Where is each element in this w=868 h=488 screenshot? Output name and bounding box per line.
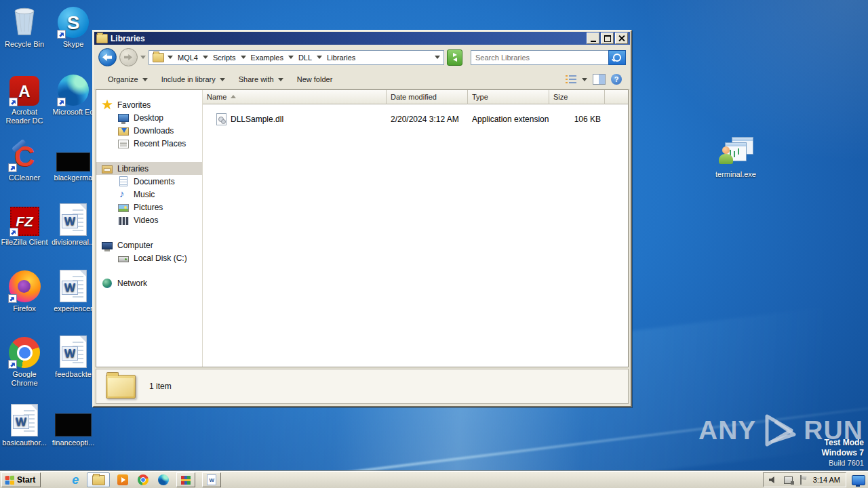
column-header-date-modified[interactable]: Date modified [387, 90, 468, 104]
taskbar-winrar-button[interactable] [176, 472, 195, 487]
show-desktop-monitor-icon[interactable] [852, 475, 865, 485]
image-thumbnail-icon [56, 152, 90, 171]
desktop-icon-firefox[interactable]: Firefox [1, 268, 48, 313]
magnifier-icon [613, 54, 621, 62]
taskbar-edge-button[interactable] [157, 474, 170, 486]
column-header-name[interactable]: Name [203, 90, 387, 104]
help-button[interactable]: ? [611, 74, 622, 85]
sidebar-item-local-disk-c[interactable]: Local Disk (C:) [96, 251, 202, 264]
desktop-icon-ccleaner[interactable]: C CCleaner [1, 138, 48, 182]
videos-icon [118, 217, 129, 225]
sidebar-item-downloads[interactable]: Downloads [96, 124, 202, 137]
desktop-icon-edge[interactable]: Microsoft Ed [50, 72, 97, 117]
action-center-flag-icon[interactable] [799, 475, 807, 485]
sidebar-item-documents[interactable]: Documents [96, 175, 202, 188]
column-header-size[interactable]: Size [549, 90, 605, 104]
sidebar-group-network[interactable]: Network [96, 277, 202, 289]
start-button[interactable]: Start [1, 472, 41, 487]
word-document-icon: W [60, 270, 87, 302]
crumb-dropdown-icon[interactable] [203, 56, 208, 59]
refresh-button[interactable] [447, 49, 462, 66]
icon-label: Firefox [13, 304, 36, 313]
icon-label: Google Chrome [1, 370, 48, 388]
search-box: Search Libraries [471, 50, 626, 65]
icon-label: basicauthor... [2, 439, 46, 447]
desktop-icon-filezilla[interactable]: FZ FileZilla Client [1, 202, 48, 247]
preview-pane-button[interactable] [593, 74, 606, 85]
desktop-icon-recycle-bin[interactable]: Recycle Bin [1, 4, 48, 49]
search-input[interactable]: Search Libraries [471, 50, 608, 65]
desktop-icon-experiencer[interactable]: W experiencer [50, 268, 97, 313]
organize-button[interactable]: Organize [102, 73, 153, 85]
desktop-icon-feedbackte[interactable]: W feedbackte [50, 334, 97, 379]
back-button[interactable] [98, 48, 117, 66]
taskbar-media-player-button[interactable] [117, 474, 129, 486]
network-icon [102, 279, 112, 288]
libraries-icon [102, 165, 113, 174]
explorer-folder-icon [92, 475, 105, 485]
desktop-icon-terminal[interactable]: terminal.exe [712, 134, 760, 179]
search-button[interactable] [608, 50, 626, 65]
desktop-icon-blackgerma[interactable]: blackgerma [50, 138, 97, 182]
star-icon [102, 100, 113, 110]
shortcut-arrow-icon [57, 98, 66, 106]
shortcut-arrow-icon [8, 163, 17, 172]
watermark-build: Build 7601 [821, 458, 864, 468]
breadcrumb-examples[interactable]: Examples [250, 53, 285, 62]
desktop-icon [118, 114, 129, 122]
maximize-button[interactable] [601, 33, 614, 44]
address-bar[interactable]: MQL4 Scripts Examples DLL Libraries [149, 50, 444, 65]
volume-icon[interactable] [769, 476, 778, 484]
taskbar-wordpad-button[interactable]: W [202, 472, 221, 487]
desktop-icon-basicauthor[interactable]: W basicauthor... [1, 403, 48, 447]
desktop-icon-skype[interactable]: S Skype [50, 4, 97, 49]
minimize-button[interactable] [587, 33, 599, 44]
desktop-icon-divisionreal[interactable]: W divisionreal... [50, 202, 97, 247]
taskbar-explorer-button-active[interactable] [87, 472, 110, 487]
taskbar-chrome-button[interactable] [137, 474, 149, 486]
sidebar-group-libraries[interactable]: Libraries [96, 162, 202, 175]
address-history-dropdown-icon[interactable] [435, 56, 440, 59]
sidebar-item-music[interactable]: Music [96, 188, 202, 201]
crumb-dropdown-icon[interactable] [167, 56, 173, 59]
network-status-icon[interactable] [784, 476, 793, 484]
sidebar-item-pictures[interactable]: Pictures [96, 201, 202, 214]
desktop-icon-acrobat[interactable]: A Acrobat Reader DC [1, 72, 48, 125]
breadcrumb-mql4[interactable]: MQL4 [176, 53, 199, 62]
sidebar-group-computer[interactable]: Computer [96, 239, 202, 251]
desktop-icon-chrome[interactable]: Google Chrome [1, 334, 48, 388]
sidebar-item-videos[interactable]: Videos [96, 214, 202, 226]
chrome-icon [138, 474, 149, 485]
taskbar-ie-button[interactable]: e [69, 474, 81, 486]
sidebar-item-recent-places[interactable]: Recent Places [96, 137, 202, 150]
navigation-pane: Favorites Desktop Downloads Recent Place… [96, 90, 203, 367]
forward-button[interactable] [119, 48, 138, 66]
recent-pages-dropdown-icon[interactable] [140, 56, 146, 59]
breadcrumb-scripts[interactable]: Scripts [212, 53, 237, 62]
breadcrumb-libraries[interactable]: Libraries [326, 53, 357, 62]
new-folder-button[interactable]: New folder [292, 73, 338, 85]
media-player-icon [117, 474, 128, 485]
sidebar-group-favorites[interactable]: Favorites [96, 98, 202, 111]
clock[interactable]: 3:14 AM [813, 476, 840, 484]
breadcrumb-dll[interactable]: DLL [297, 53, 313, 62]
file-row-dllsample[interactable]: DLLSample.dll 2/20/2024 3:12 AM Applicat… [203, 113, 628, 125]
crumb-dropdown-icon[interactable] [317, 56, 322, 59]
crumb-dropdown-icon[interactable] [241, 56, 246, 59]
ie-icon: e [72, 474, 79, 486]
desktop: Recycle Bin S Skype A Acrobat Reader DC … [0, 0, 868, 488]
close-button[interactable] [615, 33, 628, 44]
desktop-icon-financeopti[interactable]: financeopti... [50, 403, 97, 447]
title-bar[interactable]: Libraries [94, 32, 630, 45]
file-date-modified: 2/20/2024 3:12 AM [387, 115, 468, 124]
view-dropdown-icon[interactable] [582, 78, 587, 81]
change-view-button[interactable] [566, 75, 576, 84]
sidebar-item-desktop[interactable]: Desktop [96, 111, 202, 124]
include-in-library-button[interactable]: Include in library [156, 73, 231, 85]
terminal-icon [718, 136, 753, 168]
column-header-type[interactable]: Type [468, 90, 549, 104]
crumb-dropdown-icon[interactable] [288, 56, 294, 59]
explorer-window: Libraries MQL4 Scripts Examples DLL [92, 30, 632, 407]
share-with-button[interactable]: Share with [233, 73, 289, 85]
item-count: 1 item [149, 382, 172, 391]
